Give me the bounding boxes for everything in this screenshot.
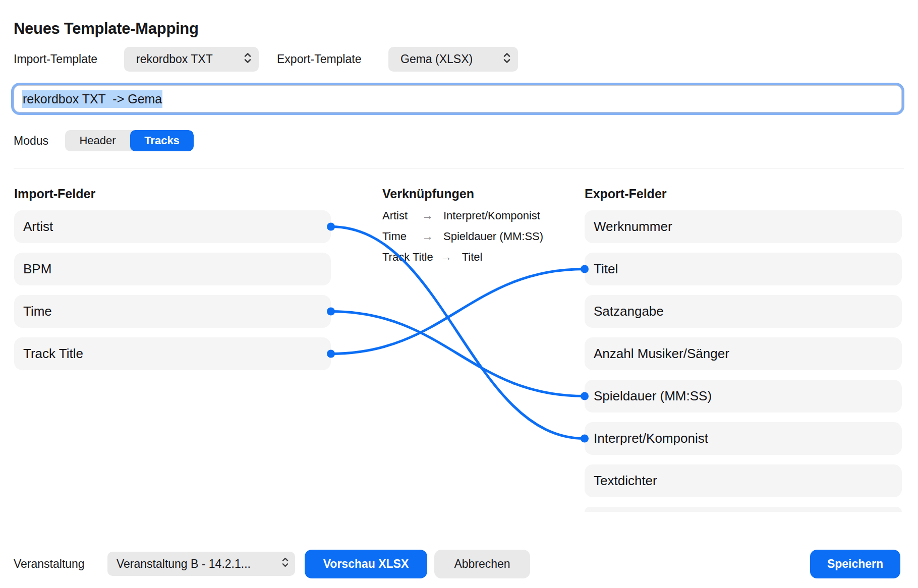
- export-fields-list: Werknummer Titel Satzangabe Anzahl Musik…: [585, 210, 902, 497]
- export-field-label: Spieldauer (MM:SS): [594, 388, 712, 404]
- mapping-source-label: Track Title: [382, 251, 433, 264]
- tab-tracks[interactable]: Tracks: [130, 130, 194, 151]
- arrow-right-icon: →: [422, 209, 433, 222]
- import-field-label: Time: [23, 304, 52, 319]
- export-field-card[interactable]: Satzangabe: [585, 295, 902, 328]
- mapping-row: Track Title → Titel: [382, 250, 543, 264]
- export-field-card[interactable]: Textdichter: [585, 464, 902, 497]
- mapping-target-label: Titel: [462, 251, 483, 264]
- export-field-label: Anzahl Musiker/Sänger: [594, 346, 729, 362]
- export-field-card[interactable]: Interpret/Komponist: [585, 422, 902, 455]
- section-divider: [14, 168, 904, 168]
- import-field-label: Artist: [23, 219, 53, 234]
- event-label: Veranstaltung: [14, 552, 85, 576]
- import-field-card[interactable]: Artist: [14, 210, 331, 243]
- partial-export-field-card: [585, 507, 902, 512]
- mapping-name-input[interactable]: rekordbox TXT -> Gema: [14, 85, 902, 112]
- export-template-value: Gema (XLSX): [400, 52, 473, 66]
- export-field-label: Satzangabe: [594, 304, 664, 319]
- import-template-value: rekordbox TXT: [136, 52, 213, 66]
- import-template-label: Import-Template: [14, 47, 97, 72]
- mappings-list: Artist → Interpret/Komponist Time → Spie…: [382, 208, 543, 270]
- mappings-heading: Verknüpfungen: [382, 187, 474, 201]
- import-fields-heading: Import-Felder: [14, 187, 95, 201]
- preview-xlsx-button[interactable]: Vorschau XLSX: [305, 550, 427, 578]
- save-button[interactable]: Speichern: [810, 550, 900, 578]
- modus-segmented-control: Header Tracks: [65, 130, 194, 151]
- mapping-source-label: Time: [382, 230, 415, 243]
- chevron-up-down-icon: [281, 556, 289, 571]
- arrow-right-icon: →: [440, 250, 452, 264]
- cancel-button[interactable]: Abbrechen: [434, 550, 530, 578]
- event-select-value: Veranstaltung B - 14.2.1...: [117, 557, 251, 571]
- import-template-select[interactable]: rekordbox TXT: [124, 47, 259, 72]
- export-field-label: Textdichter: [594, 473, 657, 489]
- export-field-card[interactable]: Spieldauer (MM:SS): [585, 380, 902, 413]
- import-field-label: Track Title: [23, 346, 83, 362]
- import-field-label: BPM: [23, 261, 51, 277]
- export-field-card[interactable]: Anzahl Musiker/Sänger: [585, 337, 902, 370]
- mapping-name-value: rekordbox TXT -> Gema: [22, 90, 162, 108]
- export-field-card[interactable]: Werknummer: [585, 210, 902, 243]
- export-field-card[interactable]: Titel: [585, 253, 902, 285]
- mapping-source-label: Artist: [382, 209, 415, 222]
- chevron-up-down-icon: [244, 51, 252, 68]
- mapping-target-label: Spieldauer (MM:SS): [443, 230, 543, 243]
- export-template-label: Export-Template: [277, 47, 361, 72]
- arrow-right-icon: →: [422, 229, 433, 243]
- export-fields-heading: Export-Felder: [585, 187, 667, 201]
- mapping-target-label: Interpret/Komponist: [443, 209, 540, 222]
- import-field-card[interactable]: Time: [14, 295, 331, 328]
- chevron-up-down-icon: [503, 51, 511, 68]
- page-title: Neues Template-Mapping: [14, 20, 199, 38]
- import-field-card[interactable]: Track Title: [14, 337, 331, 370]
- event-select[interactable]: Veranstaltung B - 14.2.1...: [107, 552, 295, 576]
- tab-header[interactable]: Header: [65, 130, 130, 151]
- import-fields-list: Artist BPM Time Track Title: [14, 210, 331, 370]
- import-field-card[interactable]: BPM: [14, 253, 331, 285]
- export-field-label: Werknummer: [594, 219, 672, 234]
- export-template-select[interactable]: Gema (XLSX): [388, 47, 518, 72]
- mapping-row: Time → Spieldauer (MM:SS): [382, 229, 543, 244]
- export-field-label: Interpret/Komponist: [594, 431, 708, 446]
- modus-label: Modus: [14, 130, 48, 151]
- mapping-row: Artist → Interpret/Komponist: [382, 208, 543, 223]
- export-field-label: Titel: [594, 261, 618, 277]
